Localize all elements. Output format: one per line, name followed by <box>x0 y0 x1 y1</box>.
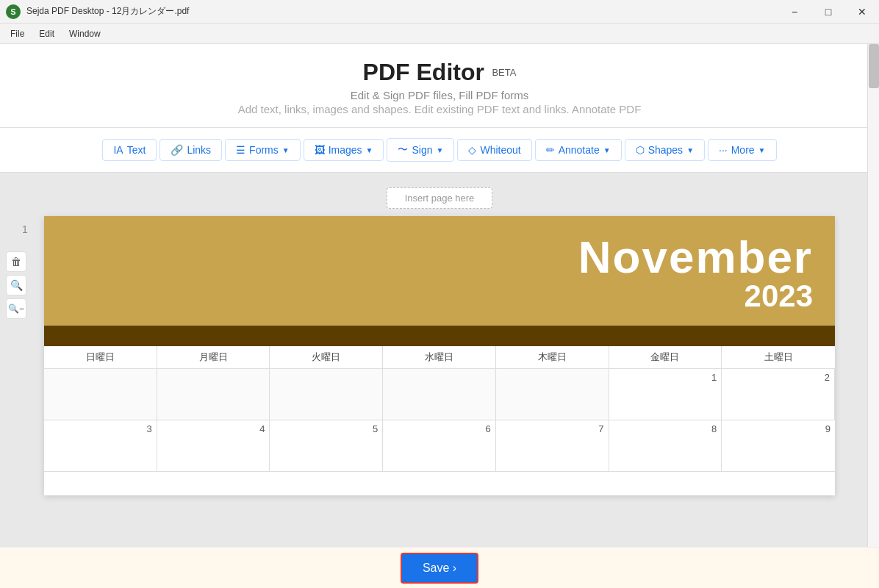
app-icon: S <box>6 4 21 19</box>
calendar-cell <box>44 369 157 420</box>
calendar-weekday: 日曜日 <box>44 346 157 368</box>
calendar-header: November 2023 <box>44 216 835 326</box>
calendar-cell <box>383 369 496 420</box>
zoom-in-icon: 🔍 <box>10 279 23 291</box>
app-icon-letter: S <box>10 7 15 16</box>
beta-badge: BETA <box>492 67 516 78</box>
calendar-cell: 1 <box>609 369 722 420</box>
main-content: PDF Editor BETA Edit & Sign PDF files, F… <box>0 44 879 588</box>
calendar-weekday: 水曜日 <box>383 346 496 368</box>
calendar-year: 2023 <box>66 279 813 314</box>
annotate-arrow: ▼ <box>603 146 611 154</box>
forms-arrow: ▼ <box>282 146 290 154</box>
header-sub2: Add text, links, images and shapes. Edit… <box>0 103 879 115</box>
header-title-row: PDF Editor BETA <box>0 59 879 86</box>
toolbar-annotate-btn[interactable]: ✏ Annotate ▼ <box>535 139 622 161</box>
page-number: 1 <box>22 223 28 235</box>
calendar-cell: 3 <box>44 420 157 472</box>
menu-edit[interactable]: Edit <box>32 26 62 42</box>
trash-icon: 🗑 <box>11 256 21 268</box>
pdf-page: November 2023 日曜日月曜日火曜日水曜日木曜日金曜日土曜日 1234… <box>44 216 835 495</box>
toolbar-whiteout-btn[interactable]: ◇ Whiteout <box>457 139 531 161</box>
menu-file[interactable]: File <box>3 26 32 42</box>
calendar-cell: 7 <box>496 420 609 472</box>
shapes-label: Shapes <box>648 144 683 156</box>
calendar-cell: 4 <box>157 420 270 472</box>
sign-label: Sign <box>412 144 432 156</box>
annotate-icon: ✏ <box>546 144 555 156</box>
text-label: Text <box>127 144 146 156</box>
whiteout-label: Whiteout <box>480 144 520 156</box>
calendar-cell: 6 <box>383 420 496 472</box>
toolbar-links-btn[interactable]: 🔗 Links <box>159 139 222 161</box>
toolbar-text-btn[interactable]: IA Text <box>102 139 157 161</box>
calendar-weekday: 木曜日 <box>496 346 609 368</box>
close-button[interactable]: ✕ <box>845 0 879 24</box>
delete-page-button[interactable]: 🗑 <box>6 251 26 272</box>
calendar-cell: 9 <box>722 420 835 472</box>
calendar-divider <box>44 326 835 346</box>
toolbar-images-btn[interactable]: 🖼 Images ▼ <box>304 139 384 161</box>
calendar-weekday: 土曜日 <box>722 346 835 368</box>
toolbar-shapes-btn[interactable]: ⬡ Shapes ▼ <box>625 139 705 161</box>
zoom-out-icon: 🔍− <box>8 304 24 314</box>
toolbar-forms-btn[interactable]: ☰ Forms ▼ <box>225 139 301 161</box>
forms-label: Forms <box>249 144 279 156</box>
images-icon: 🖼 <box>315 144 325 156</box>
links-icon: 🔗 <box>171 144 183 156</box>
insert-page-button[interactable]: Insert page here <box>387 187 493 209</box>
app-title: PDF Editor <box>363 59 484 85</box>
toolbar-more-btn[interactable]: ··· More ▼ <box>708 139 776 161</box>
calendar-weekday: 金曜日 <box>609 346 722 368</box>
calendar-cell: 2 <box>722 369 835 420</box>
zoom-in-button[interactable]: 🔍 <box>6 275 26 295</box>
menu-window[interactable]: Window <box>62 26 108 42</box>
calendar-weekday: 火曜日 <box>270 346 383 368</box>
more-arrow: ▼ <box>758 146 766 154</box>
calendar-cell <box>496 369 609 420</box>
toolbar: IA Text 🔗 Links ☰ Forms ▼ 🖼 Images ▼ 〜 S… <box>0 128 879 173</box>
header: PDF Editor BETA Edit & Sign PDF files, F… <box>0 44 879 128</box>
sign-arrow: ▼ <box>437 146 444 154</box>
toolbar-sign-btn[interactable]: 〜 Sign ▼ <box>387 138 454 162</box>
more-label: More <box>731 144 755 156</box>
calendar-cell <box>270 369 383 420</box>
zoom-out-button[interactable]: 🔍− <box>6 298 26 319</box>
sign-icon: 〜 <box>398 143 408 157</box>
header-sub1: Edit & Sign PDF files, Fill PDF forms <box>0 89 879 101</box>
calendar-grid: 123456789 <box>44 369 835 472</box>
titlebar-controls: − □ ✕ <box>778 0 879 24</box>
titlebar-title: Sejda PDF Desktop - 12月カレンダー.pdf <box>26 5 189 18</box>
images-arrow: ▼ <box>366 146 373 154</box>
scrollbar[interactable] <box>867 44 879 588</box>
insert-page-bar: Insert page here <box>44 187 835 209</box>
more-icon: ··· <box>719 144 728 156</box>
calendar-weekdays: 日曜日月曜日火曜日水曜日木曜日金曜日土曜日 <box>44 346 835 369</box>
calendar-cell <box>157 369 270 420</box>
text-icon: IA <box>113 144 123 156</box>
calendar-cell: 8 <box>609 420 722 472</box>
pdf-area[interactable]: Insert page here 1 🗑 🔍 🔍− <box>0 173 879 588</box>
calendar-weekday: 月曜日 <box>157 346 270 368</box>
shapes-arrow: ▼ <box>686 146 694 154</box>
save-button[interactable]: Save › <box>401 553 478 584</box>
whiteout-icon: ◇ <box>468 144 476 156</box>
calendar-cell: 5 <box>270 420 383 472</box>
forms-icon: ☰ <box>236 144 245 156</box>
annotate-label: Annotate <box>559 144 600 156</box>
page-container: 1 🗑 🔍 🔍− November 2023 <box>44 216 835 495</box>
page-controls: 🗑 🔍 🔍− <box>6 251 26 319</box>
shapes-icon: ⬡ <box>636 144 645 156</box>
minimize-button[interactable]: − <box>778 0 811 24</box>
menubar: File Edit Window <box>0 24 879 44</box>
titlebar: S Sejda PDF Desktop - 12月カレンダー.pdf − □ ✕ <box>0 0 879 24</box>
scrollbar-thumb[interactable] <box>869 44 879 88</box>
links-label: Links <box>187 144 211 156</box>
calendar-month: November <box>66 231 813 283</box>
images-label: Images <box>329 144 362 156</box>
save-bar: Save › <box>0 547 879 588</box>
maximize-button[interactable]: □ <box>811 0 845 24</box>
